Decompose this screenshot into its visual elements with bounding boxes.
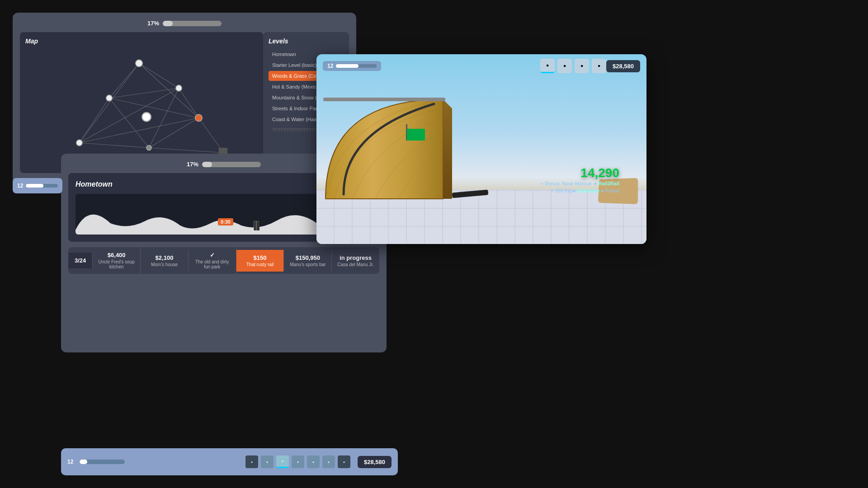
svg-point-16: [136, 60, 142, 66]
bottom-icons: ▪ ▪ ▪ ▪ ▪ ▪ ▪: [245, 455, 350, 468]
svg-line-0: [139, 63, 179, 88]
svg-point-18: [106, 95, 112, 101]
svg-point-23: [146, 145, 151, 150]
hud-icon-0[interactable]: ▪: [540, 59, 555, 73]
bottom-progress-track: [80, 460, 125, 464]
back-progress-fill: [163, 21, 173, 26]
score-rail2rail: Rail2Rail: [599, 181, 619, 186]
back-progress-track: [163, 21, 222, 26]
svg-point-21: [195, 114, 202, 121]
bottom-icon-3[interactable]: ▪: [292, 455, 304, 468]
game-viewport: 12 ▪ ▪ ▪ ▪ $28,580 14,290 + Bonus: Nose …: [316, 54, 646, 244]
bottom-icon-6[interactable]: ▪: [338, 455, 350, 468]
mid-progress-track: [202, 162, 261, 167]
stat-label-4: Manu's sports bar: [288, 262, 328, 267]
score-details-line1: + Bonus: Nose Manual ● Rail2Rail: [541, 180, 619, 187]
bottom-icon-5[interactable]: ▪: [322, 455, 335, 468]
bottom-icon-2[interactable]: ▪: [276, 455, 289, 468]
hud-money: $28,580: [606, 60, 640, 72]
stat-label-1: Mom's house: [144, 262, 184, 267]
left-level-bar: 12: [13, 178, 62, 193]
stat-value-0: $6,400: [96, 252, 137, 258]
map-title: Map: [25, 38, 258, 45]
bottom-icon-1[interactable]: ▪: [261, 455, 274, 468]
stat-label-3: That rusty rail: [240, 262, 280, 267]
stat-value-4: $150,950: [288, 254, 328, 261]
stat-label-0: Uncle Fred's soup kitchen: [96, 259, 137, 269]
svg-line-6: [80, 98, 109, 143]
stat-cell-5[interactable]: in progress Casa del Manu Jr.: [332, 250, 379, 272]
stat-cell-1[interactable]: $2,100 Mom's house: [141, 250, 189, 272]
score-main: 14,290: [541, 166, 619, 180]
hud-level-bar: 12: [323, 61, 381, 71]
svg-line-14: [199, 118, 224, 153]
hud-icon-3[interactable]: ▪: [592, 59, 606, 73]
stat-value-2: ✓: [192, 252, 232, 258]
svg-rect-28: [323, 98, 445, 101]
mid-progress-label: 17%: [187, 161, 198, 168]
score-details-line2: + 360 Flip● Darkslide ● Primal: [541, 188, 619, 194]
score-darkslide: Darkslide: [577, 188, 600, 193]
stat-value-3: $150: [240, 254, 280, 261]
levels-title: Levels: [269, 38, 344, 45]
stats-bar: 3/24 $6,400 Uncle Fred's soup kitchen $2…: [68, 247, 379, 274]
svg-line-11: [80, 143, 149, 148]
svg-line-4: [109, 88, 179, 98]
bottom-money: $28,580: [358, 456, 392, 468]
svg-rect-26: [254, 221, 259, 230]
svg-point-20: [145, 115, 149, 119]
ramp-svg: [316, 72, 552, 208]
stat-label-5: Casa del Manu Jr.: [335, 262, 376, 267]
hud-icons: ▪ ▪ ▪ ▪: [540, 59, 606, 73]
track-cursor[interactable]: [254, 221, 259, 230]
svg-line-13: [80, 88, 179, 143]
back-progress-label: 17%: [147, 20, 159, 27]
svg-point-22: [76, 140, 82, 145]
left-level-label: 12: [17, 183, 23, 189]
left-level-fill: [26, 184, 43, 188]
svg-line-12: [80, 63, 139, 143]
stat-cell-2[interactable]: ✓ The old and dirty fun park: [189, 247, 236, 274]
game-hud-top: 12 ▪ ▪ ▪ ▪ $28,580: [316, 59, 646, 73]
svg-point-17: [176, 85, 182, 91]
map-panel: Map: [20, 32, 263, 173]
stat-progress: 3/24: [68, 253, 93, 268]
stat-cell-3[interactable]: $150 That rusty rail: [236, 250, 284, 272]
map-svg: [25, 48, 258, 168]
bottom-level-label: 12: [67, 459, 73, 465]
stat-value-5: in progress: [335, 254, 376, 261]
back-window-body: Map: [20, 32, 349, 173]
bottom-progress-fill: [80, 460, 87, 464]
front-window: 12 ▪ ▪ ▪ ▪ $28,580 14,290 + Bonus: Nose …: [316, 54, 646, 244]
hud-icon-2[interactable]: ▪: [575, 59, 589, 73]
track-marker-orange: 0:30: [218, 218, 233, 225]
back-progress-row: 17%: [20, 20, 349, 27]
stat-cell-4[interactable]: $150,950 Manu's sports bar: [284, 250, 332, 272]
svg-line-3: [179, 88, 199, 118]
svg-line-15: [149, 148, 224, 153]
stat-label-2: The old and dirty fun park: [192, 259, 232, 269]
hud-level-fill: [336, 64, 359, 68]
score-display: 14,290 + Bonus: Nose Manual ● Rail2Rail …: [541, 166, 619, 194]
svg-line-1: [109, 63, 139, 98]
hud-level-track: [336, 64, 377, 68]
stat-cell-0[interactable]: $6,400 Uncle Fred's soup kitchen: [93, 247, 141, 274]
stat-progress-value: 3/24: [75, 257, 86, 264]
svg-line-10: [80, 118, 199, 143]
stat-value-1: $2,100: [144, 254, 184, 261]
hud-level-label: 12: [327, 63, 333, 69]
flag: [407, 129, 425, 141]
left-level-track: [26, 184, 58, 188]
svg-line-2: [139, 63, 199, 118]
mid-progress-fill: [202, 162, 212, 167]
hud-icon-1[interactable]: ▪: [557, 59, 572, 73]
bottom-icon-0[interactable]: ▪: [245, 455, 258, 468]
bottom-icon-4[interactable]: ▪: [307, 455, 320, 468]
bottom-bar: 12 ▪ ▪ ▪ ▪ ▪ ▪ ▪ $28,580: [61, 448, 398, 475]
